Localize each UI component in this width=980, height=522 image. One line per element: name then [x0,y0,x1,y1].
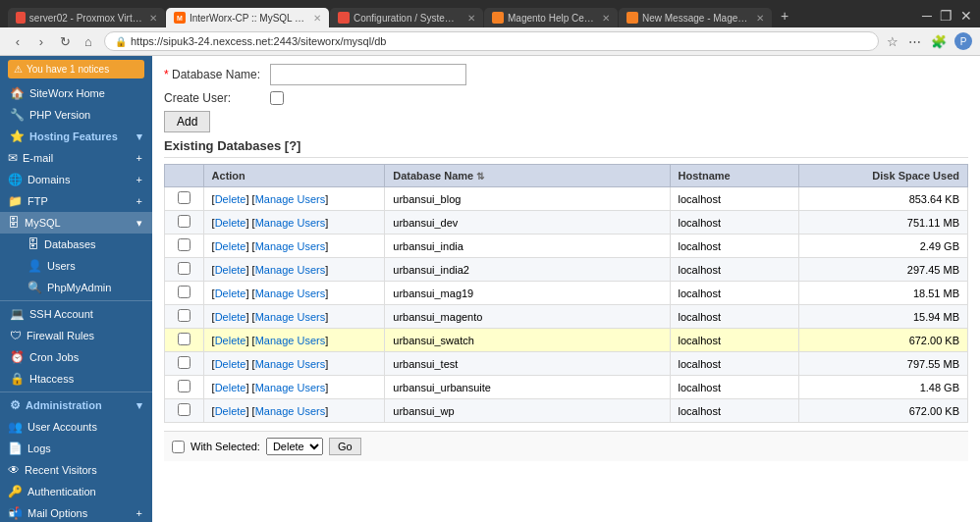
back-button[interactable]: ‹ [8,31,27,51]
databases-label: Databases [44,238,96,250]
manage-users-link[interactable]: Manage Users [255,217,326,229]
row-checkbox[interactable] [178,238,191,251]
reload-button[interactable]: ↻ [55,31,75,51]
row-action-cell: [Delete] [Manage Users] [203,329,385,352]
select-all-checkbox[interactable] [172,441,185,453]
sidebar-item-databases[interactable]: 🗄 Databases [0,234,152,255]
sidebar-item-siteworx-home[interactable]: 🏠 SiteWorx Home [0,82,152,104]
notice-text: You have 1 notices [27,64,109,75]
row-diskspace: 15.94 MB [799,305,968,329]
manage-users-link[interactable]: Manage Users [255,335,326,346]
row-checkbox[interactable] [178,215,191,228]
manage-users-link[interactable]: Manage Users [255,287,326,299]
bottom-bar: With Selected: Delete Go [164,431,968,461]
tab-mysql[interactable]: M InterWorx-CP :: MySQL Datab... ✕ [166,8,329,27]
tab-forum[interactable]: New Message - Magento Foru... ✕ [619,8,772,27]
sidebar-item-hosting-features[interactable]: ⭐ Hosting Features ▾ [0,126,152,147]
profile-icon[interactable]: P [954,32,972,50]
tab-magento[interactable]: Magento Help Center ✕ [484,8,618,27]
manage-users-link[interactable]: Manage Users [255,193,326,205]
sidebar-item-cron-jobs[interactable]: ⏰ Cron Jobs [0,346,152,368]
tab-config[interactable]: Configuration / System / Mag... ✕ [330,8,483,27]
sidebar-item-ftp[interactable]: 📁 FTP + [0,190,152,212]
delete-link[interactable]: Delete [215,358,246,370]
with-selected-select[interactable]: Delete [266,438,323,455]
manage-users-link[interactable]: Manage Users [255,405,326,417]
ftp-expand-icon: + [136,195,142,207]
extensions-icon[interactable]: 🧩 [929,32,949,51]
create-user-checkbox[interactable] [270,91,284,105]
tab-close-proxmox[interactable]: ✕ [149,13,157,24]
sidebar-item-authentication[interactable]: 🔑 Authentication [0,481,152,502]
sidebar-item-users[interactable]: 👤 Users [0,255,152,277]
window-close-btn[interactable]: ✕ [960,8,972,24]
table-row: [Delete] [Manage Users] urbansui_mag19 l… [165,282,968,305]
delete-link[interactable]: Delete [215,311,246,323]
tab-close-config[interactable]: ✕ [467,13,475,24]
manage-users-link[interactable]: Manage Users [255,358,326,370]
sidebar-item-email[interactable]: ✉ E-mail + [0,147,152,169]
recent-visitors-label: Recent Visitors [25,464,97,476]
sidebar-item-recent-visitors[interactable]: 👁 Recent Visitors [0,459,152,481]
go-button[interactable]: Go [329,438,361,455]
row-checkbox[interactable] [178,191,191,204]
php-version-label: PHP Version [29,109,90,121]
tab-close-magento[interactable]: ✕ [602,13,610,24]
bookmarks-icon[interactable]: ☆ [885,32,900,51]
db-name-input[interactable] [270,64,466,85]
action-bracket-close: ] [245,335,248,346]
notice-banner[interactable]: ⚠ You have 1 notices [8,60,144,78]
manage-users-link[interactable]: Manage Users [255,240,326,252]
sidebar-item-firewall-rules[interactable]: 🛡 Firewall Rules [0,325,152,346]
row-checkbox[interactable] [178,309,191,322]
menu-icon[interactable]: ⋯ [906,32,923,51]
sidebar-item-user-accounts[interactable]: 👥 User Accounts [0,416,152,438]
tab-close-mysql[interactable]: ✕ [313,13,321,24]
delete-link[interactable]: Delete [215,217,246,229]
delete-link[interactable]: Delete [215,264,246,276]
window-minimize-btn[interactable]: ─ [922,8,932,24]
new-tab-button[interactable]: + [773,4,796,27]
row-action-cell: [Delete] [Manage Users] [203,235,385,258]
home-button[interactable]: ⌂ [79,31,98,51]
row-checkbox[interactable] [178,380,191,392]
row-diskspace: 751.11 MB [799,211,968,235]
address-input[interactable]: 🔒 https://sipuk3-24.nexcess.net:2443/sit… [104,31,879,51]
sidebar-item-logs[interactable]: 📄 Logs [0,438,152,459]
delete-link[interactable]: Delete [215,335,246,346]
delete-link[interactable]: Delete [215,193,246,205]
row-checkbox[interactable] [178,356,191,369]
sidebar-item-mysql[interactable]: 🗄 MySQL ▾ [0,212,152,234]
sidebar-item-htaccess[interactable]: 🔒 Htaccess [0,368,152,390]
sidebar-item-mail-options[interactable]: 📬 Mail Options + [0,502,152,522]
delete-link[interactable]: Delete [215,405,246,417]
add-button[interactable]: Add [164,111,210,132]
table-row: [Delete] [Manage Users] urbansui_wp loca… [165,399,968,423]
row-checkbox[interactable] [178,286,191,298]
content-area: Database Name: Create User: Add Existing… [152,56,980,522]
window-restore-btn[interactable]: ❐ [940,8,953,24]
delete-link[interactable]: Delete [215,240,246,252]
tab-close-forum[interactable]: ✕ [756,13,764,24]
sidebar-item-ssh-account[interactable]: 💻 SSH Account [0,303,152,325]
sidebar-item-domains[interactable]: 🌐 Domains + [0,169,152,190]
manage-users-link[interactable]: Manage Users [255,264,326,276]
delete-link[interactable]: Delete [215,287,246,299]
manage-users-link[interactable]: Manage Users [255,382,326,393]
row-checkbox[interactable] [178,333,191,345]
row-dbname: urbansui_urbansuite [385,376,670,399]
sidebar-item-phpmyadmin[interactable]: 🔍 PhpMyAdmin [0,277,152,298]
action-bracket-close: ] [245,382,248,393]
tab-proxmox[interactable]: server02 - Proxmox Virtual En... ✕ [8,8,165,27]
forward-button[interactable]: › [31,31,51,51]
sidebar-item-administration[interactable]: ⚙ Administration ▾ [0,394,152,416]
sidebar-item-php-version[interactable]: 🔧 PHP Version [0,104,152,126]
delete-link[interactable]: Delete [215,382,246,393]
col-dbname-header[interactable]: Database Name ⇅ [385,165,670,187]
mysql-icon: 🗄 [8,216,20,230]
row-checkbox[interactable] [178,262,191,275]
manage-users-link[interactable]: Manage Users [255,311,326,323]
row-checkbox[interactable] [178,403,191,416]
row-action-cell: [Delete] [Manage Users] [203,282,385,305]
col-action-header: Action [203,165,385,187]
